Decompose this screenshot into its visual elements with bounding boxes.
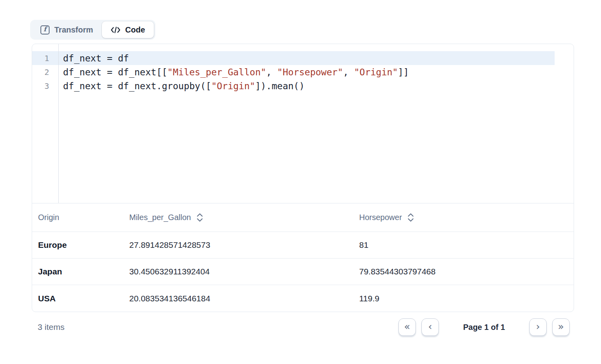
page-indicator: Page 1 of 1 <box>444 323 524 332</box>
code-line[interactable]: 2 df_next = df_next[["Miles_per_Gallon",… <box>32 65 574 79</box>
previous-page-button[interactable]: ‹ <box>421 318 439 336</box>
double-chevron-right-icon: » <box>558 322 564 331</box>
cell-horsepower: 81 <box>359 240 574 250</box>
main-panel: 1 df_next = df 2 df_next = df_next[["Mil… <box>32 44 574 312</box>
table-header-row: Origin Miles_per_Gallon Horsepower <box>32 203 574 232</box>
result-table: Origin Miles_per_Gallon Horsepower <box>32 203 574 312</box>
items-count: 3 items <box>32 322 65 332</box>
code-line-content: df_next = df_next.groupby(["Origin"]).me… <box>58 81 574 91</box>
table-row: USA 20.083534136546184 119.9 <box>32 285 574 312</box>
line-number: 3 <box>32 81 58 91</box>
chevron-left-icon: ‹ <box>428 322 432 331</box>
table-footer: 3 items « ‹ Page 1 of 1 › » <box>32 318 574 337</box>
cell-origin: Japan <box>32 267 129 276</box>
cell-miles-per-gallon: 27.891428571428573 <box>129 240 359 250</box>
table-row: Europe 27.891428571428573 81 <box>32 232 574 259</box>
gutter-divider <box>58 44 59 203</box>
last-page-button[interactable]: » <box>552 318 570 336</box>
tab-code[interactable]: Code <box>102 21 154 38</box>
code-line-content: df_next = df_next[["Miles_per_Gallon", "… <box>58 67 574 77</box>
code-line[interactable]: 1 df_next = df <box>32 51 574 65</box>
cell-origin: USA <box>32 294 129 303</box>
cell-miles-per-gallon: 20.083534136546184 <box>129 294 359 303</box>
sort-icon[interactable] <box>408 213 414 222</box>
line-number: 1 <box>32 54 58 63</box>
function-icon: f <box>40 25 50 34</box>
code-line[interactable]: 3 df_next = df_next.groupby(["Origin"]).… <box>32 79 574 93</box>
app-root: f Transform Code 1 df_next = df 2 <box>0 0 601 364</box>
column-header-horsepower[interactable]: Horsepower <box>359 213 574 222</box>
line-number: 2 <box>32 67 58 77</box>
code-icon <box>111 27 121 33</box>
code-editor[interactable]: 1 df_next = df 2 df_next = df_next[["Mil… <box>32 44 574 203</box>
view-mode-tabs: f Transform Code <box>30 20 155 40</box>
chevron-right-icon: › <box>536 322 540 331</box>
tab-code-label: Code <box>125 25 145 34</box>
double-chevron-left-icon: « <box>404 322 410 331</box>
cell-origin: Europe <box>32 240 129 250</box>
column-header-origin: Origin <box>32 213 129 222</box>
sort-icon[interactable] <box>197 213 203 222</box>
cell-horsepower: 119.9 <box>359 294 574 303</box>
table-row: Japan 30.450632911392404 79.835443037974… <box>32 259 574 285</box>
pagination: « ‹ Page 1 of 1 › » <box>398 318 574 336</box>
cell-miles-per-gallon: 30.450632911392404 <box>129 267 359 276</box>
column-header-miles-per-gallon[interactable]: Miles_per_Gallon <box>129 213 359 222</box>
tab-transform[interactable]: f Transform <box>32 21 102 38</box>
tab-transform-label: Transform <box>54 25 93 34</box>
code-line-content: df_next = df <box>58 53 574 63</box>
cell-horsepower: 79.83544303797468 <box>359 267 574 276</box>
first-page-button[interactable]: « <box>398 318 416 336</box>
next-page-button[interactable]: › <box>529 318 547 336</box>
